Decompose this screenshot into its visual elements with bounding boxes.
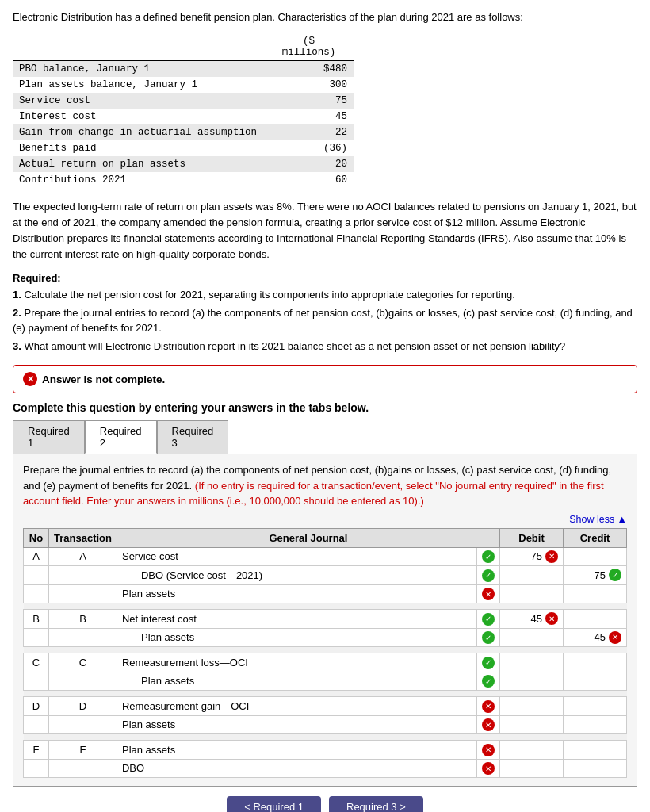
cell-journal[interactable]: Plan assets bbox=[117, 741, 476, 760]
cell-journal[interactable]: Service cost bbox=[117, 547, 476, 566]
cell-credit[interactable] bbox=[564, 610, 627, 629]
cell-no: F bbox=[24, 741, 49, 760]
cell-debit[interactable] bbox=[500, 697, 564, 716]
journal-text: Plan assets bbox=[122, 744, 175, 756]
tab-required-3[interactable]: Required3 bbox=[157, 420, 229, 454]
tabs-row: Required1 Required2 Required3 bbox=[13, 420, 637, 454]
cell-check: ✕ bbox=[477, 715, 500, 734]
answer-box: ✕ Answer is not complete. bbox=[13, 365, 637, 393]
debit-value: 45 bbox=[531, 613, 542, 625]
cell-debit[interactable] bbox=[500, 741, 564, 760]
tab-required-1[interactable]: Required1 bbox=[13, 420, 85, 454]
table-row: DDRemeasurement gain—OCI✕ bbox=[24, 697, 627, 716]
x-red-icon: ✕ bbox=[482, 588, 495, 600]
cell-journal[interactable]: Plan assets bbox=[117, 672, 476, 691]
cell-check: ✕ bbox=[477, 741, 500, 760]
cell-no bbox=[24, 628, 49, 647]
cell-transaction: C bbox=[49, 653, 117, 672]
x-red-icon: ✕ bbox=[482, 700, 495, 713]
cell-debit[interactable]: 75✕ bbox=[500, 547, 564, 566]
required-item-2: 2. Prepare the journal entries to record… bbox=[13, 305, 637, 336]
required-section: Required: 1. Calculate the net pension c… bbox=[13, 272, 637, 354]
journal-text: DBO bbox=[122, 762, 144, 774]
cell-journal[interactable]: Remeasurement gain—OCI bbox=[117, 697, 476, 716]
cell-journal[interactable]: Plan assets bbox=[117, 715, 476, 734]
tab-content-area: Prepare the journal entries to record (a… bbox=[13, 454, 637, 787]
table-separator bbox=[24, 691, 627, 697]
journal-text: Plan assets bbox=[122, 588, 175, 599]
char-row-2: Service cost75 bbox=[13, 93, 354, 109]
cell-journal[interactable]: DBO (Service cost—2021) bbox=[117, 566, 476, 585]
table-row: Plan assets✓ bbox=[24, 672, 627, 691]
debit-value: 75 bbox=[531, 550, 542, 562]
cell-journal[interactable]: DBO bbox=[117, 759, 476, 778]
credit-value: 75 bbox=[595, 569, 606, 581]
cell-check: ✓ bbox=[477, 547, 500, 566]
show-less-button[interactable]: Show less ▲ bbox=[23, 514, 627, 525]
long-text: The expected long-term rate of return on… bbox=[13, 199, 637, 263]
cell-check: ✕ bbox=[477, 697, 500, 716]
cell-credit[interactable] bbox=[564, 697, 627, 716]
col-header-transaction: Transaction bbox=[49, 528, 117, 547]
cell-transaction: D bbox=[49, 697, 117, 716]
tab-required-2[interactable]: Required2 bbox=[85, 420, 157, 454]
credit-value: 45 bbox=[595, 631, 606, 643]
cell-transaction: A bbox=[49, 547, 117, 566]
cell-transaction bbox=[49, 566, 117, 585]
cell-check: ✕ bbox=[477, 759, 500, 778]
journal-text: Plan assets bbox=[141, 675, 194, 687]
check-green-icon: ✓ bbox=[482, 613, 495, 626]
characteristics-table: ($millions) PBO balance, January 1$480Pl… bbox=[13, 33, 354, 188]
incomplete-text: Answer is not complete. bbox=[42, 373, 165, 385]
cell-journal[interactable]: Plan assets bbox=[117, 628, 476, 647]
cell-no: B bbox=[24, 610, 49, 629]
table-separator bbox=[24, 734, 627, 741]
table-row: DBO✕ bbox=[24, 759, 627, 778]
cell-transaction: B bbox=[49, 610, 117, 629]
journal-text: Plan assets bbox=[122, 718, 175, 730]
cell-debit[interactable] bbox=[500, 584, 564, 603]
required-3-button[interactable]: Required 3 > bbox=[329, 796, 423, 812]
req2-instruction: Prepare the journal entries to record (a… bbox=[23, 462, 627, 509]
required-1-button[interactable]: < Required 1 bbox=[227, 796, 321, 812]
x-red-icon: ✕ bbox=[482, 744, 495, 756]
cell-credit[interactable] bbox=[564, 715, 627, 734]
cell-debit[interactable] bbox=[500, 628, 564, 647]
table-row: AAService cost✓75✕ bbox=[24, 547, 627, 566]
cell-credit[interactable] bbox=[564, 547, 627, 566]
x-red-icon: ✕ bbox=[545, 550, 558, 563]
cell-debit[interactable] bbox=[500, 759, 564, 778]
x-red-icon: ✕ bbox=[482, 718, 495, 731]
cell-no: A bbox=[24, 547, 49, 566]
cell-credit[interactable] bbox=[564, 759, 627, 778]
table-row: Plan assets✕ bbox=[24, 715, 627, 734]
cell-credit[interactable] bbox=[564, 672, 627, 691]
col-header-debit: Debit bbox=[500, 528, 564, 547]
cell-debit[interactable] bbox=[500, 653, 564, 672]
cell-debit[interactable] bbox=[500, 672, 564, 691]
cell-transaction bbox=[49, 715, 117, 734]
cell-journal[interactable]: Plan assets bbox=[117, 584, 476, 603]
cell-journal[interactable]: Remeasurement loss—OCI bbox=[117, 653, 476, 672]
char-row-3: Interest cost45 bbox=[13, 109, 354, 124]
cell-check: ✓ bbox=[477, 672, 500, 691]
journal-text: Plan assets bbox=[141, 631, 194, 643]
x-red-icon: ✕ bbox=[545, 612, 558, 625]
x-red-icon: ✕ bbox=[609, 631, 621, 644]
char-row-1: Plan assets balance, January 1300 bbox=[13, 77, 354, 93]
cell-debit[interactable]: 45✕ bbox=[500, 610, 564, 629]
cell-credit[interactable] bbox=[564, 741, 627, 760]
cell-journal[interactable]: Net interest cost bbox=[117, 610, 476, 629]
cell-debit[interactable] bbox=[500, 566, 564, 585]
cell-credit[interactable] bbox=[564, 653, 627, 672]
cell-transaction bbox=[49, 628, 117, 647]
check-green-icon: ✓ bbox=[482, 569, 495, 582]
cell-credit[interactable]: 45✕ bbox=[564, 628, 627, 647]
required-item-3: 3. What amount will Electronic Distribut… bbox=[13, 339, 637, 354]
cell-credit[interactable] bbox=[564, 584, 627, 603]
cell-transaction bbox=[49, 759, 117, 778]
cell-no bbox=[24, 566, 49, 585]
cell-credit[interactable]: 75✓ bbox=[564, 566, 627, 585]
cell-check: ✓ bbox=[477, 566, 500, 585]
cell-debit[interactable] bbox=[500, 715, 564, 734]
